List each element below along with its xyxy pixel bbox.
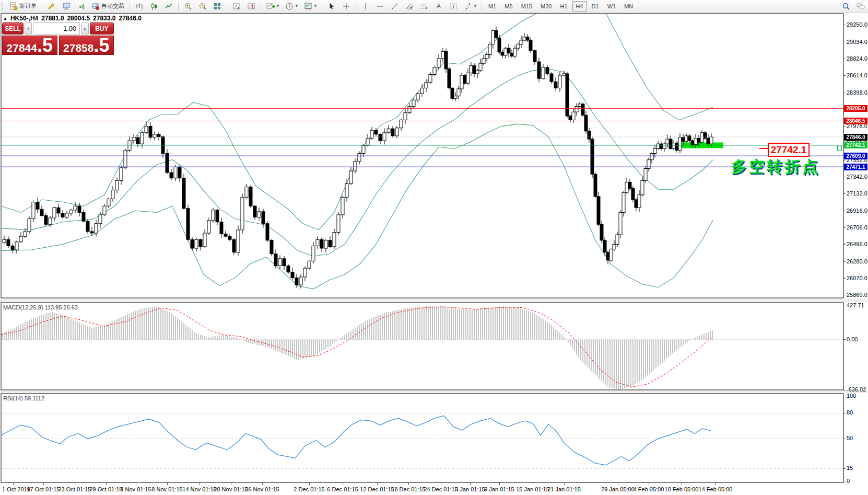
candle-body — [491, 31, 495, 44]
level-price-annotation[interactable]: 27742.1 — [768, 143, 810, 157]
candle-body — [287, 266, 290, 272]
candle-body — [320, 239, 323, 248]
candle-body — [74, 206, 77, 210]
price-axis-label: 427.71 — [847, 302, 864, 308]
sell-button[interactable]: SELL — [2, 22, 24, 34]
candle-body — [641, 180, 644, 194]
time-axis-label: 3 Jan 01:15 — [455, 486, 485, 492]
volume-decrease-button[interactable]: ▼ — [25, 22, 32, 34]
candle-body — [451, 88, 454, 98]
price-axis-label: -636.02 — [847, 386, 866, 393]
candle-body — [253, 206, 256, 217]
panel-splitter[interactable] — [0, 390, 868, 393]
axis-tick — [843, 390, 846, 390]
candle-body — [316, 239, 319, 246]
one-click-trading-panel: SELL ▼ ▲ BUY 27844.5 27858.5 — [2, 22, 114, 55]
price-axis-label: 0.00 — [847, 336, 858, 342]
candle-body — [53, 208, 56, 218]
time-axis-tick — [75, 483, 75, 485]
price-axis-label: 29250.0 — [847, 21, 867, 28]
level-price-tag: 28046.5 — [844, 118, 867, 124]
candle-body — [349, 171, 353, 183]
time-axis-label: 26 Nov 01:15 — [245, 486, 279, 492]
candle-body — [600, 224, 603, 240]
candle-body — [262, 212, 265, 224]
time-axis-tick — [470, 483, 471, 485]
macd-panel[interactable] — [1, 306, 843, 389]
axis-tick — [843, 278, 846, 279]
candle-body — [412, 100, 415, 106]
candle-body — [40, 209, 43, 215]
level-box-connector — [759, 148, 768, 149]
candle-body — [212, 210, 215, 221]
candle-body — [99, 215, 102, 224]
candle-body — [613, 244, 616, 249]
symbol-period-label: HK50-,H4 — [10, 15, 38, 22]
candle-body — [507, 48, 510, 53]
candle-body — [448, 69, 451, 88]
chart-header: ▲ HK50-,H4 27881.0 28004.5 27833.0 27846… — [3, 15, 142, 22]
volume-input[interactable] — [33, 22, 80, 34]
candle-body — [523, 37, 526, 40]
price-axis-label: 26070.0 — [847, 275, 867, 281]
time-axis-tick — [564, 483, 565, 485]
sell-price-button[interactable]: 27844.5 — [2, 36, 57, 55]
candle-body — [425, 83, 428, 88]
volume-increase-button[interactable]: ▲ — [81, 22, 88, 34]
price-axis-label: 27342.0 — [847, 174, 867, 180]
turning-point-annotation[interactable]: 多空转折点 — [731, 156, 820, 178]
time-axis-tick — [167, 483, 168, 485]
candle-body — [631, 189, 635, 200]
candle-body — [278, 259, 281, 266]
time-axis-tick — [649, 483, 649, 485]
axis-tick — [843, 227, 846, 228]
candle-body — [391, 129, 394, 136]
candle-body — [669, 139, 672, 148]
buy-price-button[interactable]: 27858.5 — [59, 36, 114, 55]
panel-splitter[interactable] — [0, 298, 868, 302]
candle-body — [203, 233, 206, 247]
candle-body — [546, 67, 549, 74]
candle-body — [635, 200, 638, 208]
buy-price-dec: .5 — [93, 38, 109, 53]
candle-body — [533, 51, 536, 62]
candle-body — [656, 144, 660, 148]
candle-body — [132, 137, 135, 141]
candle-body — [115, 180, 119, 190]
candle-body — [476, 71, 479, 74]
axis-tick — [843, 396, 846, 396]
candle-body — [387, 129, 390, 133]
candle-body — [666, 139, 669, 144]
rsi-panel[interactable] — [1, 413, 843, 468]
rsi-label: RSI(14) 59.1112 — [3, 395, 44, 401]
candle-body — [195, 239, 198, 248]
collapse-arrow-icon[interactable]: ▲ — [3, 16, 7, 21]
candle-body — [237, 230, 240, 252]
candle-body — [625, 182, 628, 192]
axis-tick — [843, 413, 846, 413]
time-axis-tick — [309, 483, 310, 485]
price-axis-label: 28824.0 — [847, 55, 867, 62]
candle-body — [15, 242, 18, 250]
chart-canvas[interactable] — [0, 0, 868, 495]
price-axis-label: 26916.0 — [847, 208, 867, 214]
time-axis-label: 8 Nov 01:15 — [151, 486, 182, 492]
axis-tick — [843, 244, 846, 245]
candle-body — [697, 139, 700, 143]
candle-body — [207, 221, 210, 233]
price-axis-label: 15 — [847, 465, 853, 471]
axis-tick — [843, 468, 846, 469]
sell-price-dec: .5 — [37, 38, 53, 53]
candle-body — [572, 112, 575, 120]
candle-body — [609, 249, 613, 260]
candle-body — [488, 44, 491, 55]
axis-tick — [843, 59, 846, 59]
candle-body — [24, 232, 27, 236]
time-axis-label: 14 Feb 05:00 — [699, 486, 733, 492]
candle-body — [703, 133, 707, 139]
level-price-tag: 28205.0 — [844, 105, 867, 112]
buy-button[interactable]: BUY — [90, 22, 114, 34]
level-line-endpoint[interactable] — [837, 146, 842, 151]
candle-body — [578, 104, 581, 107]
candle-body — [404, 113, 407, 120]
